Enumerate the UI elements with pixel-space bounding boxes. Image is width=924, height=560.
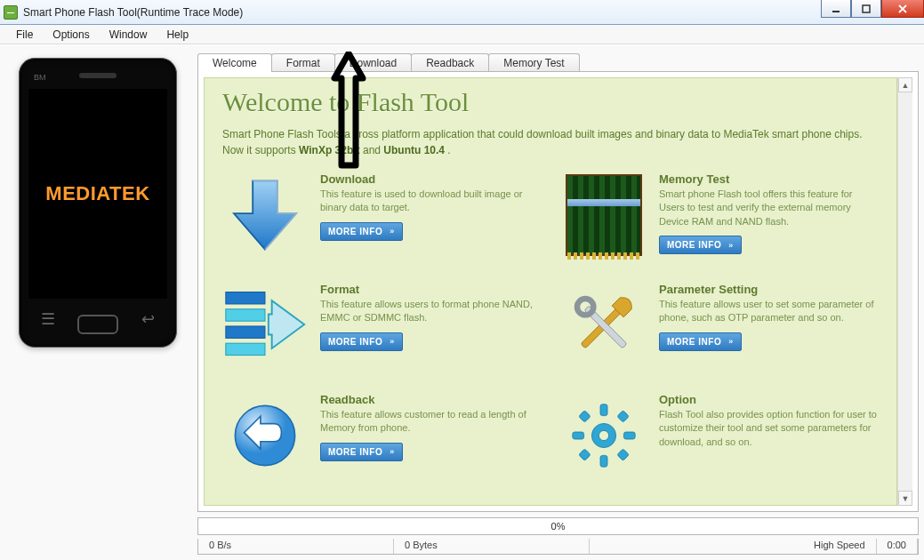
more-info-label: MORE INFO [667, 240, 721, 250]
scroll-down-icon[interactable]: ▼ [898, 491, 912, 506]
tab-content: Welcome to Flash Tool Smart Phone Flash … [197, 71, 919, 512]
gear-icon [561, 393, 647, 478]
intro-text-2: and [363, 144, 383, 156]
app-icon [4, 5, 18, 20]
more-info-parameter[interactable]: MORE INFO » [659, 332, 742, 351]
svg-rect-15 [579, 411, 591, 423]
welcome-panel: Welcome to Flash Tool Smart Phone Flash … [204, 77, 897, 506]
phone-home-button [77, 315, 118, 334]
format-icon [222, 283, 308, 368]
phone-softkey-right-icon: ↩ [141, 309, 155, 329]
svg-rect-18 [617, 449, 630, 461]
more-info-label: MORE INFO [328, 227, 382, 236]
feature-readback: Readback This feature allows customer to… [222, 393, 540, 478]
download-arrow-icon [222, 172, 308, 258]
svg-rect-13 [573, 432, 584, 439]
tools-icon [561, 283, 647, 368]
feature-download-title: Download [320, 172, 540, 186]
feature-parameter-desc: This feature allows user to set some par… [659, 298, 879, 325]
chevron-right-icon: » [728, 241, 734, 250]
status-bytes: 0 Bytes [394, 539, 590, 554]
phone-earpiece [79, 73, 117, 78]
menu-window[interactable]: Window [100, 27, 157, 43]
svg-rect-1 [863, 5, 870, 12]
menu-file[interactable]: File [7, 27, 42, 43]
close-button[interactable] [881, 0, 924, 18]
vertical-scrollbar[interactable]: ▲ ▼ [897, 77, 912, 506]
status-time: 0:00 [877, 539, 918, 554]
tab-readback[interactable]: Readback [411, 53, 489, 72]
svg-rect-4 [226, 326, 265, 338]
work-area: Welcome Format Download Readback Memory … [197, 51, 919, 555]
sidebar: BM MEDIATEK ☰ ↩ [5, 51, 190, 555]
status-mode: High Speed [803, 539, 877, 554]
feature-format: Format This feature allows users to form… [222, 283, 540, 368]
progress-bar: 0% [197, 517, 919, 535]
window-titlebar: Smart Phone Flash Tool(Runtime Trace Mod… [0, 0, 924, 25]
intro-bold-2: Ubuntu 10.4 [383, 144, 445, 156]
svg-rect-0 [832, 11, 840, 12]
scroll-up-icon[interactable]: ▲ [898, 77, 912, 92]
phone-softkey-left-icon: ☰ [41, 309, 55, 329]
feature-memory-title: Memory Test [659, 172, 879, 186]
feature-option-desc: Flash Tool also provides option function… [659, 408, 879, 449]
memory-module-icon [561, 172, 647, 258]
svg-rect-17 [579, 449, 591, 461]
feature-readback-title: Readback [320, 393, 540, 406]
feature-readback-desc: This feature allows customer to read a l… [320, 408, 540, 436]
tab-download[interactable]: Download [334, 53, 412, 72]
feature-option: Option Flash Tool also provides option f… [561, 393, 879, 478]
phone-illustration: BM MEDIATEK ☰ ↩ [19, 58, 177, 348]
menu-help[interactable]: Help [157, 27, 197, 43]
feature-parameter-title: Parameter Setting [659, 283, 879, 296]
svg-rect-2 [226, 292, 265, 304]
minimize-button[interactable] [821, 0, 851, 18]
feature-format-desc: This feature allows users to format phon… [320, 298, 540, 325]
maximize-button[interactable] [851, 0, 881, 18]
status-bar: 0 B/s 0 Bytes High Speed 0:00 [197, 539, 919, 555]
feature-memory-desc: Smart phone Flash tool offers this featu… [659, 188, 879, 228]
menu-bar: File Options Window Help [0, 25, 924, 44]
chevron-right-icon: » [390, 227, 395, 236]
phone-brand: MEDIATEK [45, 182, 149, 205]
feature-parameter: Parameter Setting This feature allows us… [561, 283, 879, 368]
phone-corner-label: BM [34, 73, 46, 82]
more-info-label: MORE INFO [667, 337, 721, 347]
more-info-memory[interactable]: MORE INFO » [659, 236, 742, 254]
feature-format-title: Format [320, 283, 540, 296]
main-area: BM MEDIATEK ☰ ↩ Welcome Format Download … [0, 44, 924, 560]
progress-percent: 0% [551, 521, 566, 532]
more-info-download[interactable]: MORE INFO » [320, 222, 403, 241]
phone-screen: MEDIATEK [28, 89, 167, 299]
intro-text-3: . [447, 144, 450, 156]
intro-bold-1: WinXp 32bit [299, 144, 360, 156]
welcome-heading: Welcome to Flash Tool [222, 87, 879, 117]
chevron-right-icon: » [390, 337, 395, 346]
svg-rect-12 [600, 455, 607, 467]
more-info-label: MORE INFO [328, 447, 382, 457]
svg-rect-5 [226, 343, 265, 355]
svg-rect-3 [226, 309, 265, 321]
feature-grid: Download This feature is used to downloa… [222, 172, 879, 478]
feature-option-title: Option [659, 393, 879, 406]
tab-memory-test[interactable]: Memory Test [488, 53, 579, 72]
tab-format[interactable]: Format [271, 53, 335, 72]
feature-download-desc: This feature is used to download built i… [320, 188, 540, 215]
svg-rect-16 [617, 411, 630, 423]
tab-welcome[interactable]: Welcome [197, 53, 272, 72]
svg-rect-11 [600, 404, 607, 416]
chevron-right-icon: » [390, 447, 395, 456]
chevron-right-icon: » [728, 337, 734, 346]
more-info-format[interactable]: MORE INFO » [320, 332, 403, 351]
status-rate: 0 B/s [198, 539, 394, 554]
back-arrow-icon [222, 393, 308, 478]
tab-strip: Welcome Format Download Readback Memory … [197, 51, 919, 72]
svg-point-19 [599, 430, 608, 440]
more-info-label: MORE INFO [328, 337, 382, 347]
feature-download: Download This feature is used to downloa… [222, 172, 540, 258]
more-info-readback[interactable]: MORE INFO » [320, 443, 403, 461]
window-controls [821, 0, 924, 18]
svg-rect-14 [623, 432, 635, 439]
welcome-intro: Smart Phone Flash Tools a cross platform… [222, 126, 879, 158]
menu-options[interactable]: Options [44, 27, 98, 43]
